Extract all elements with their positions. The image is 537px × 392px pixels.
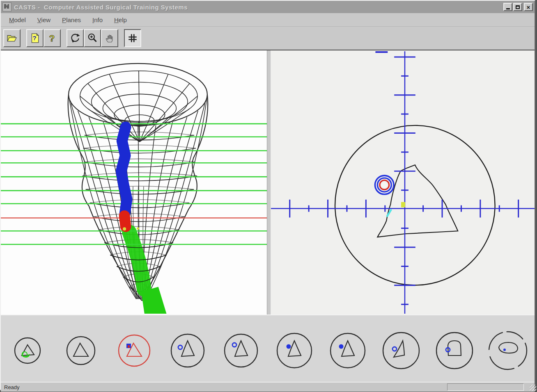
rotate-icon [70, 33, 80, 43]
rotate-view-button[interactable] [67, 29, 84, 47]
menu-planes[interactable]: Planes [57, 15, 86, 25]
maximize-icon [516, 5, 520, 9]
title-bar: CASTS - Computer Assisted Surgical Train… [1, 1, 535, 13]
resize-grip[interactable] [530, 385, 536, 391]
main-content [1, 50, 535, 315]
section-thumbnail-strip [1, 315, 535, 382]
section-thumbnail-8[interactable] [376, 318, 426, 379]
section-thumbnail-7[interactable] [323, 318, 372, 379]
close-icon: × [527, 4, 530, 10]
minimize-icon [506, 8, 510, 9]
toolbar: ? ? [1, 27, 535, 50]
grid-icon [127, 33, 138, 43]
help-topics-button[interactable]: ? [26, 29, 44, 47]
menu-info[interactable]: Info [87, 15, 108, 25]
maximize-button[interactable] [513, 3, 522, 11]
menu-help[interactable]: Help [109, 15, 132, 25]
section-thumbnail-1[interactable] [3, 318, 52, 379]
section-thumbnail-9[interactable] [430, 318, 479, 379]
magnifier-icon [87, 33, 98, 43]
menu-bar: Model View Planes Info Help [1, 13, 535, 27]
status-panel [447, 383, 524, 391]
section-thumbnail-6[interactable] [270, 318, 319, 379]
menu-view[interactable]: View [32, 15, 55, 25]
section-thumbnail-4[interactable] [163, 318, 212, 379]
status-bar: Ready [1, 382, 535, 392]
status-text: Ready [1, 384, 20, 390]
model-3d-viewport[interactable] [1, 50, 267, 315]
hand-icon [104, 33, 115, 43]
menu-model[interactable]: Model [4, 15, 31, 25]
viewport-divider [267, 50, 271, 315]
open-folder-icon [7, 33, 17, 43]
section-thumbnail-2[interactable] [56, 318, 106, 379]
app-icon[interactable] [2, 2, 11, 11]
section-thumbnail-10[interactable] [483, 318, 532, 379]
zoom-button[interactable] [84, 29, 101, 47]
section-thumbnail-3-selected[interactable] [110, 318, 159, 379]
svg-text:?: ? [33, 34, 37, 41]
minimize-button[interactable] [503, 3, 512, 11]
pan-button[interactable] [101, 29, 118, 47]
help-note-icon: ? [30, 33, 40, 43]
question-mark-icon: ? [47, 33, 57, 43]
application-window: CASTS - Computer Assisted Surgical Train… [0, 0, 535, 390]
svg-text:?: ? [49, 33, 55, 43]
open-file-button[interactable] [3, 29, 21, 47]
grid-planes-button[interactable] [124, 29, 141, 47]
close-button[interactable]: × [524, 3, 533, 11]
window-title: CASTS - Computer Assisted Surgical Train… [14, 4, 188, 11]
section-thumbnail-5[interactable] [216, 318, 266, 379]
cross-section-viewport[interactable] [271, 50, 535, 315]
context-help-button[interactable]: ? [44, 29, 61, 47]
